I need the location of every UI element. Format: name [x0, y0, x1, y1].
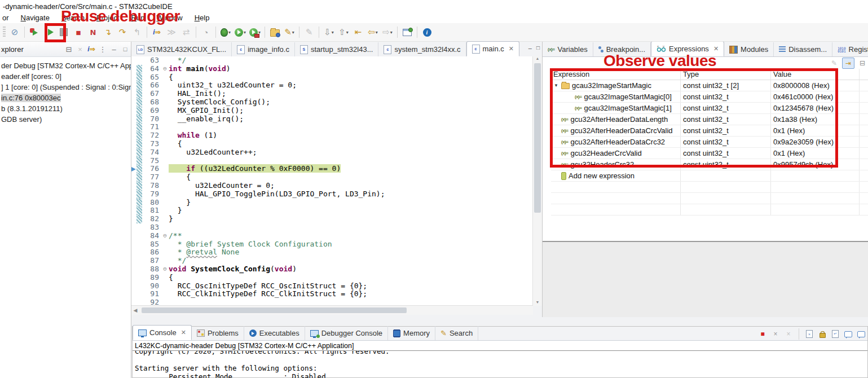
debug-tree-item[interactable]: in.c:76 0x80003ec [0, 93, 131, 103]
line-number[interactable]: 65 [142, 73, 161, 82]
breakpoint-gutter[interactable] [131, 98, 136, 107]
line-number[interactable]: 77 [142, 173, 161, 182]
dropdown-arrow-icon[interactable]: ▾ [332, 30, 334, 35]
open-element-icon[interactable] [268, 25, 281, 39]
console-tab-executables[interactable]: Executables [244, 326, 305, 340]
debug-tree-item[interactable]: GDB server) [0, 114, 131, 125]
line-number[interactable]: 72 [142, 131, 161, 140]
breakpoint-gutter[interactable] [131, 223, 136, 232]
line-number[interactable]: 83 [142, 223, 161, 232]
word-wrap-icon[interactable]: ↵ [830, 329, 840, 339]
editor-horizontal-scrollbar[interactable]: ◀ [131, 305, 533, 315]
line-number[interactable]: 76 [142, 165, 161, 173]
step-filters-icon[interactable]: ≫ [165, 25, 178, 39]
dropdown-arrow-icon[interactable]: ▾ [244, 30, 246, 35]
pin-console-icon[interactable] [843, 329, 853, 339]
instruction-stepping-icon[interactable]: i⇒ [86, 44, 97, 54]
profile-icon[interactable]: ◔ [199, 25, 213, 39]
line-number[interactable]: 75 [142, 157, 161, 165]
line-number[interactable]: 63 [142, 56, 161, 65]
debug-explorer-tab[interactable]: xplorer [0, 45, 24, 54]
breakpoint-gutter[interactable] [131, 81, 136, 90]
console-tab-search[interactable]: ✎Search [435, 326, 478, 340]
breakpoint-gutter[interactable] [131, 248, 136, 257]
step-over-icon[interactable]: ↷ [116, 25, 129, 39]
debug-tree-item[interactable]: b (8.3.1.20191211) [0, 103, 131, 114]
instruction-stepping-icon[interactable]: i⇒ [150, 25, 164, 39]
breakpoint-gutter[interactable] [131, 190, 136, 199]
editor-tab-main-c[interactable]: cmain.c✕ [466, 41, 520, 56]
step-return-icon[interactable]: ↰ [130, 25, 144, 39]
line-number[interactable]: 64 [142, 65, 161, 73]
console-output[interactable]: Copyright (c) 2020, STMicroelectronics. … [133, 351, 867, 378]
show-logical-structure-icon[interactable]: ⇥ [842, 58, 854, 69]
editor-vertical-scrollbar[interactable]: ▲ ▼ [532, 56, 542, 306]
minimize-icon[interactable]: ‒ [528, 45, 532, 51]
maximize-icon[interactable]: □ [120, 44, 131, 54]
next-annotation-icon[interactable]: ⇩▾ [322, 25, 336, 39]
display-selected-console-icon[interactable] [856, 329, 866, 339]
debug-tree-item[interactable]: der Debug [STM32 Cortex-M C/C++ Applica [0, 60, 131, 71]
breakpoint-gutter[interactable] [131, 115, 136, 124]
scrollbar-thumb[interactable] [142, 307, 407, 313]
forward-icon[interactable]: ⇨▾ [381, 25, 394, 39]
scrollbar-thumb[interactable] [534, 63, 541, 213]
breakpoint-gutter[interactable] [131, 73, 136, 82]
line-number[interactable]: 66 [142, 81, 161, 90]
scroll-lock-icon[interactable] [817, 329, 827, 339]
previous-annotation-icon[interactable]: ⇧▾ [337, 25, 350, 39]
tab-modules[interactable]: Modules [724, 42, 774, 56]
breakpoint-gutter[interactable] [131, 232, 136, 240]
dropdown-arrow-icon[interactable]: ▾ [390, 30, 393, 35]
line-number[interactable]: 70 [142, 115, 161, 124]
mark-occurrences-icon[interactable]: ✎▾ [283, 25, 296, 39]
line-number[interactable]: 71 [142, 123, 161, 131]
edit-disabled-icon[interactable]: ✎ [302, 25, 316, 39]
back-icon[interactable]: ⇦▾ [366, 25, 380, 39]
collapse-all-icon[interactable]: ⊟ [63, 44, 74, 54]
breakpoint-gutter[interactable] [131, 157, 136, 165]
breakpoint-gutter[interactable] [131, 206, 136, 215]
add-watchpoint-disabled-icon[interactable]: ✎ [829, 58, 840, 68]
editor-tab-startup-stm32l43-[interactable]: Sstartup_stm32l43... [295, 42, 379, 56]
breakpoint-gutter[interactable] [131, 173, 136, 182]
breakpoint-gutter[interactable] [131, 257, 136, 265]
breakpoint-gutter[interactable] [131, 123, 136, 131]
debug-launch-icon[interactable]: ▾ [219, 25, 232, 39]
pin-editor-icon[interactable] [400, 25, 414, 39]
terminate-console-icon[interactable]: ■ [757, 329, 768, 339]
line-number[interactable]: 81 [142, 206, 161, 215]
line-number[interactable]: 88 [142, 265, 161, 274]
line-number[interactable]: 90 [142, 282, 161, 291]
remove-launch-icon[interactable]: × [770, 329, 781, 339]
breakpoint-gutter[interactable] [131, 215, 136, 223]
menu-item-or[interactable]: or [2, 14, 9, 22]
maximize-icon[interactable]: □ [536, 45, 540, 51]
breakpoint-gutter[interactable] [131, 90, 136, 98]
line-number[interactable]: 73 [142, 140, 161, 148]
remove-all-terminated-icon[interactable]: × [783, 329, 794, 339]
line-number[interactable]: 91 [142, 290, 161, 298]
dropdown-arrow-icon[interactable]: ▾ [292, 30, 294, 35]
breakpoint-gutter[interactable] [131, 282, 136, 291]
run-launch-icon[interactable]: ▾ [233, 25, 247, 39]
code-editor[interactable]: 63 */64⊖int main(void)65{66 uint32_t u32… [131, 56, 533, 306]
line-number[interactable]: 85 [142, 240, 161, 249]
breakpoint-gutter[interactable] [131, 182, 136, 190]
line-number[interactable]: 82 [142, 215, 161, 223]
debug-tree-item[interactable]: ] 1 [core: 0] (Suspended : Signal : 0:Si… [0, 82, 131, 93]
line-number[interactable]: 80 [142, 199, 161, 207]
skip-all-breakpoints-icon[interactable]: ⊘ [8, 25, 21, 39]
breakpoint-gutter[interactable] [131, 56, 136, 65]
editor-tab-system-stm32l4xx-c[interactable]: csystem_stm32l4xx.c [378, 42, 466, 56]
external-tools-icon[interactable]: ▾ [248, 25, 262, 39]
breakpoint-gutter[interactable] [131, 274, 136, 282]
fold-marker-icon[interactable]: ⊖ [161, 232, 169, 240]
tab-disassem-[interactable]: Disassem... [774, 42, 832, 56]
breakpoint-gutter[interactable] [131, 265, 136, 274]
menu-item-help[interactable]: Help [195, 14, 210, 22]
disconnect-icon[interactable]: N [86, 25, 100, 39]
fold-marker-icon[interactable]: ⊖ [161, 65, 169, 73]
dropdown-arrow-icon[interactable]: ▾ [228, 30, 231, 35]
console-tab-console[interactable]: Console✕ [133, 325, 192, 340]
